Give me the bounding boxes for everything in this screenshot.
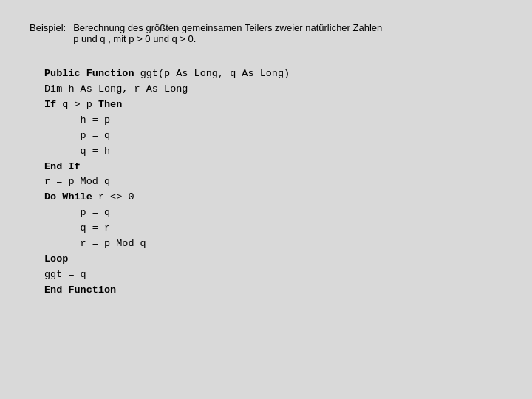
code-line-11: q = r (44, 221, 502, 236)
code-line-9: Do While r <> 0 (44, 190, 502, 205)
code-line-6: q = h (44, 144, 502, 160)
code-line-7: End If (44, 160, 502, 175)
code-line-10: p = q (44, 205, 502, 221)
code-line-13: Loop (44, 252, 502, 267)
code-line-8: r = p Mod q (44, 174, 502, 190)
keyword-public-function: Public Function (44, 68, 134, 79)
code-line-12: r = p Mod q (44, 236, 502, 252)
code-line-1: Public Function ggt(p As Long, q As Long… (44, 66, 502, 82)
keyword-if: If (44, 99, 56, 110)
description-line1: Berechnung des größten gemeinsamen Teile… (73, 22, 382, 33)
example-label: Beispiel: (30, 22, 66, 44)
code-line-14: ggt = q (44, 267, 502, 283)
keyword-loop: Loop (44, 253, 68, 265)
code-line-2: Dim h As Long, r As Long (44, 82, 502, 98)
keyword-end-function: End Function (44, 284, 116, 296)
keyword-end-if: End If (44, 161, 81, 172)
code-line-3: If q > p Then (44, 98, 502, 113)
code-block: Public Function ggt(p As Long, q As Long… (30, 66, 502, 299)
code-line-15: End Function (44, 283, 502, 299)
keyword-then: Then (98, 99, 122, 110)
code-line-5: p = q (44, 129, 502, 144)
description-line2: p und q , mit p > 0 und q > 0. (73, 33, 382, 44)
code-line-4: h = p (44, 113, 502, 129)
page: Beispiel: Berechnung des größten gemeins… (0, 0, 532, 399)
keyword-do-while: Do While (44, 191, 92, 202)
header-description: Berechnung des größten gemeinsamen Teile… (73, 22, 382, 44)
header: Beispiel: Berechnung des größten gemeins… (30, 22, 502, 44)
